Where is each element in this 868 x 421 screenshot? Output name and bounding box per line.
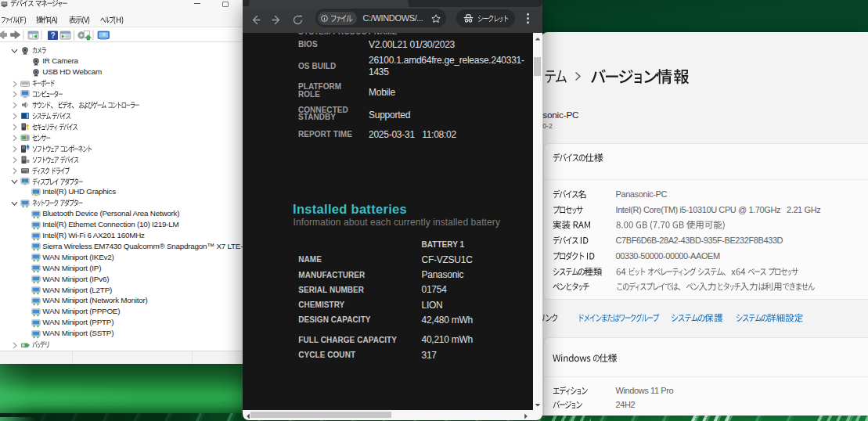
svg-text:?: ? (50, 31, 55, 40)
